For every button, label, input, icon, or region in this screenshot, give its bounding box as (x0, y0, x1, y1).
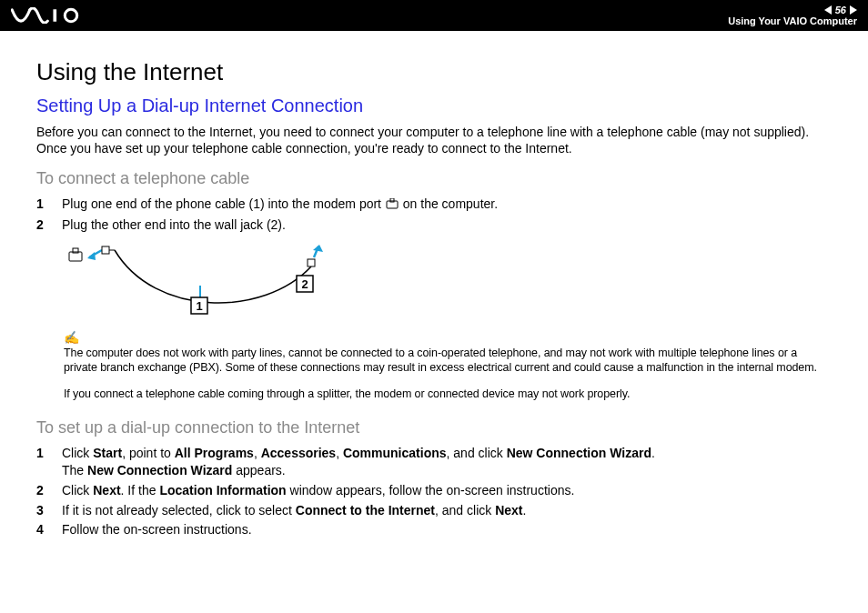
step-number: 2 (36, 482, 49, 499)
list-item: 1 Plug one end of the phone cable (1) in… (36, 196, 832, 214)
step-text: Click Next. If the Location Information … (62, 482, 574, 499)
step-number: 1 (36, 196, 49, 214)
svg-rect-9 (308, 259, 315, 266)
page-nav[interactable]: 56 (824, 5, 857, 15)
svg-rect-0 (53, 9, 56, 21)
list-item: 1 Click Start, point to All Programs, Ac… (36, 445, 832, 479)
next-page-icon[interactable] (850, 5, 857, 15)
svg-point-1 (65, 9, 76, 21)
list-item: 4 Follow the on-screen instructions. (36, 521, 832, 538)
step-text: Click Start, point to All Programs, Acce… (62, 445, 655, 479)
note-icon: ✍ (64, 330, 832, 345)
subsection-heading: To set up a dial-up connection to the In… (36, 418, 832, 437)
svg-text:2: 2 (301, 277, 308, 291)
subsection-heading: To connect a telephone cable (36, 169, 832, 188)
page-title: Using the Internet (36, 58, 832, 86)
vaio-logo (11, 7, 111, 24)
svg-rect-7 (102, 246, 109, 254)
step-text: Plug one end of the phone cable (1) into… (62, 196, 498, 214)
note-text-2: If you connect a telephone cable coming … (64, 387, 832, 402)
section-title: Setting Up a Dial-up Internet Connection (36, 95, 832, 116)
page-content: Using the Internet Setting Up a Dial-up … (0, 31, 868, 577)
step-number: 2 (36, 216, 49, 234)
intro-paragraph: Before you can connect to the Internet, … (36, 124, 832, 156)
steps-list-1: 1 Plug one end of the phone cable (1) in… (36, 196, 832, 234)
header-bar: 56 Using Your VAIO Computer (0, 0, 868, 31)
list-item: 2 Click Next. If the Location Informatio… (36, 482, 832, 499)
prev-page-icon[interactable] (824, 5, 832, 15)
step-number: 4 (36, 521, 49, 538)
list-item: 3 If it is not already selected, click t… (36, 502, 832, 519)
page-number: 56 (835, 5, 846, 15)
step-text: Plug the other end into the wall jack (2… (62, 216, 286, 234)
svg-text:1: 1 (196, 299, 202, 313)
list-item: 2 Plug the other end into the wall jack … (36, 216, 832, 234)
header-right: 56 Using Your VAIO Computer (728, 5, 857, 26)
steps-list-2: 1 Click Start, point to All Programs, Ac… (36, 445, 832, 538)
step-number: 1 (36, 445, 49, 479)
chapter-title: Using Your VAIO Computer (728, 15, 857, 26)
svg-marker-6 (87, 252, 96, 260)
note-block: ✍ The computer does not work with party … (64, 330, 832, 402)
modem-port-icon (386, 196, 399, 214)
step-number: 3 (36, 502, 49, 519)
step-text: Follow the on-screen instructions. (62, 521, 252, 538)
cable-diagram: 1 2 (64, 245, 832, 321)
step-text: If it is not already selected, click to … (62, 502, 526, 519)
note-text-1: The computer does not work with party li… (64, 347, 832, 375)
svg-marker-10 (313, 245, 323, 252)
